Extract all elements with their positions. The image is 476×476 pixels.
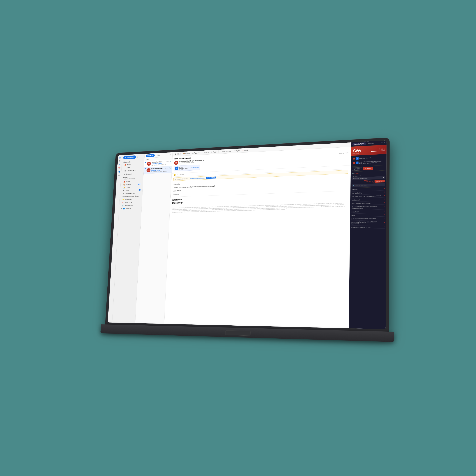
time-2: 17:40 xyxy=(165,167,168,169)
block-button[interactable]: 🚫 Block xyxy=(241,149,249,152)
archive-toolbar-icon: 📦 xyxy=(183,153,185,154)
download-images-link[interactable]: Download external images xyxy=(190,177,205,179)
ava-header-right: ? ⚙ ≡ xyxy=(371,148,385,152)
rss-icon: 📡 xyxy=(122,204,124,206)
doc-checkbox-1[interactable] xyxy=(353,157,355,159)
search-placeholder: Search clauses... xyxy=(356,184,367,187)
privacy-text: To protect your priv... xyxy=(177,178,189,180)
doc-checkbox-2[interactable] xyxy=(353,162,355,164)
clause-destruction[interactable]: Destruction/Retention of Confidential In… xyxy=(351,220,385,226)
clause-disclosure[interactable]: Disclosure Required by Law + xyxy=(351,225,385,229)
edit-icon[interactable]: ✏ xyxy=(170,153,171,155)
expand-icon[interactable]: ⤢ xyxy=(348,144,350,146)
word-doc-icon: W xyxy=(175,167,178,170)
inbox2-icon: 📥 xyxy=(123,181,125,183)
junk-icon: 🚫 xyxy=(122,202,124,204)
flag-button[interactable]: ⚑ Flag ▾ xyxy=(210,151,218,153)
flag-icon: ⚑ xyxy=(211,151,212,153)
ava-playbook-section: PLAYBOOK AVANTIA NDA BIBLE ▾ GUIDANCE DR… xyxy=(351,173,386,188)
reply-all-btn[interactable]: ↩↩ xyxy=(179,174,182,176)
clause-expand-5: + xyxy=(384,206,385,208)
sent-badge: 1 xyxy=(139,189,141,191)
calendar-icon[interactable]: 📅 xyxy=(118,167,120,170)
delete-button[interactable]: 🗑 Delete xyxy=(174,153,182,155)
emoji-btn-1[interactable]: 😊 xyxy=(174,174,176,176)
mark-read-icon: ✓ xyxy=(220,151,221,152)
more-toolbar-button[interactable]: ••• xyxy=(249,149,253,151)
ava-tab-icons: ✕ ⤢ xyxy=(381,141,385,144)
laptop-screen: ⊞ ☰ ✉ 📅 👤 ••• ✏ Ne xyxy=(105,137,390,332)
attachment-actions: Download Preview xyxy=(188,167,199,169)
report-chevron: ▾ xyxy=(199,152,200,153)
drafting-button[interactable]: DRAFTING xyxy=(375,180,385,183)
compose-icon: ✏ xyxy=(125,157,126,158)
history-icon: 💬 xyxy=(122,195,125,198)
email-item-2[interactable]: KB Katherine Black... 17:40 New NDA Requ… xyxy=(144,166,172,174)
ava-expand-icon[interactable]: ⤢ xyxy=(384,141,385,144)
mark-read-button[interactable]: ✓ Mark as Read xyxy=(219,150,232,153)
clause-search[interactable]: 🔍 Search clauses... xyxy=(352,183,385,187)
people-icon[interactable]: 👤 xyxy=(118,171,120,173)
clause-expand-1: + xyxy=(384,191,385,193)
sidebar-item-groups[interactable]: ▶ 👥 Groups xyxy=(120,206,141,210)
laptop-wrapper: ⊞ ☰ ✉ 📅 👤 ••• ✏ Ne xyxy=(64,32,412,444)
download-link[interactable]: Download xyxy=(188,167,194,169)
ava-doc-list: ✉ New NDA Request W Project Sunshine_Alt… xyxy=(351,154,387,167)
forward-btn[interactable]: ↪ xyxy=(182,174,184,176)
unread-dot-2 xyxy=(145,168,146,169)
guidance-button[interactable]: GUIDANCE xyxy=(364,180,374,183)
ava-header-icons: ? ⚙ ≡ xyxy=(379,148,385,151)
deleted2-icon: 🗑 xyxy=(123,193,125,195)
add-icon[interactable]: + xyxy=(137,156,138,158)
mail-icon[interactable]: ✉ xyxy=(119,163,120,166)
focused-tab[interactable]: Focused xyxy=(146,154,155,157)
report-button[interactable]: ⚠ Report ▾ xyxy=(191,152,201,154)
shield-icon: 🛡 xyxy=(175,178,176,180)
doc-word-icon-1: ✉ xyxy=(356,157,358,160)
other-tab[interactable]: Other xyxy=(155,154,162,157)
settings-icon[interactable]: ⚙ xyxy=(381,148,383,150)
clause-expand-0: + xyxy=(384,188,385,189)
doc-word-icon-2: W xyxy=(356,162,358,164)
attachment-icon-2: 📎 xyxy=(169,167,171,169)
ava-logo-sub: by AVANTIA xyxy=(353,153,361,154)
archive-button[interactable]: 📦 Archive xyxy=(182,152,191,155)
ava-cancel-button[interactable]: CANCEL xyxy=(352,167,362,171)
trackpad[interactable] xyxy=(225,330,251,336)
my-day-tab[interactable]: My Day xyxy=(367,142,376,145)
go-to-settings-button[interactable]: Go to Settings xyxy=(206,176,216,179)
more-icon[interactable]: ••• xyxy=(118,174,120,176)
grid-icon[interactable]: ⊞ xyxy=(119,157,121,159)
playbooks-icon: 📚 xyxy=(352,173,354,174)
sync-button[interactable]: ↻ Sync xyxy=(233,149,240,152)
ava-close-icon[interactable]: ✕ xyxy=(381,142,383,144)
new-email-button[interactable]: ✏ New Email xyxy=(123,155,136,159)
clause-expand-9: + xyxy=(384,221,385,223)
app-container: ⊞ ☰ ✉ 📅 👤 ••• ✏ Ne xyxy=(108,140,387,329)
email-body: Hi Avantia, Can you please help us with … xyxy=(164,174,351,328)
report-icon: ⚠ xyxy=(192,152,194,154)
drafts-icon: 📝 xyxy=(123,187,125,189)
new-email-label: New Email xyxy=(127,156,134,158)
delete-icon: 🗑 xyxy=(175,153,176,155)
clause-expand-2: + xyxy=(384,195,385,196)
preview-link[interactable]: Preview xyxy=(195,167,199,168)
archive-icon: 📦 xyxy=(123,184,125,186)
menu-icon[interactable]: ≡ xyxy=(384,148,385,150)
ava-clause-list: Affiliates + Anti-Exclusivity + Anti-con… xyxy=(349,187,386,329)
move-button[interactable]: → Move ▾ xyxy=(201,151,210,154)
question-icon[interactable]: ? xyxy=(379,148,380,150)
hamburger-icon[interactable]: ☰ xyxy=(119,160,120,162)
doc-name-1: New NDA Request xyxy=(359,156,384,159)
reply-btn[interactable]: ↩ xyxy=(176,174,178,176)
attachment-icon-1: 📎 xyxy=(169,161,171,162)
move-icon: → xyxy=(202,152,204,153)
clause-expand-8: + xyxy=(384,217,385,219)
block-icon: 🚫 xyxy=(242,150,244,151)
clause-expand-10: + xyxy=(384,226,385,227)
ava-submit-button[interactable]: SUBMIT xyxy=(363,167,373,170)
ava-agent-tab[interactable]: Avantia Agent xyxy=(352,142,366,146)
email-1-content: Katherine Black... 17:50 Signed Document… xyxy=(152,161,169,166)
clause-expand-6: + xyxy=(384,210,385,212)
attachment-name: Project Sunshine_Alt... xyxy=(179,166,187,169)
